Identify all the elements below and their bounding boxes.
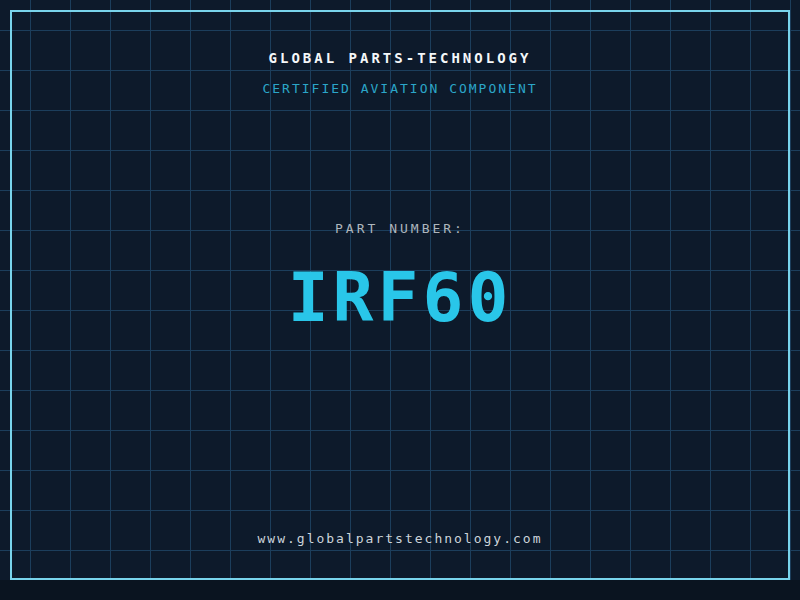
company-title: GLOBAL PARTS-TECHNOLOGY	[0, 50, 800, 66]
part-number-value: IRF60	[0, 258, 800, 337]
part-number-label: PART NUMBER:	[0, 221, 800, 236]
certification-subtitle: CERTIFIED AVIATION COMPONENT	[0, 81, 800, 96]
bottom-strip	[0, 580, 800, 600]
website-url: www.globalpartstechnology.com	[0, 531, 800, 546]
certificate-page: GLOBAL PARTS-TECHNOLOGY CERTIFIED AVIATI…	[0, 0, 800, 600]
